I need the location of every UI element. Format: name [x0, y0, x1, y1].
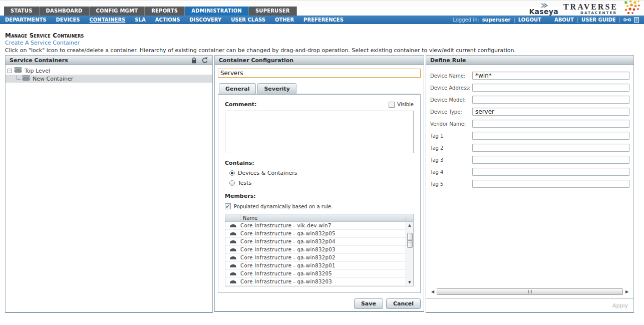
member-row[interactable]: Core Infrastructure - qa-win832p04 [225, 238, 406, 246]
tab-general[interactable]: General [219, 83, 256, 94]
secondary-tab-containers[interactable]: CONTAINERS [90, 17, 126, 23]
secondary-tab-other[interactable]: OTHER [275, 17, 294, 23]
service-containers-title: Service Containers [10, 57, 68, 64]
traverse-logo: TRAVERSE DATACENTER [563, 3, 618, 15]
horizontal-scrollbar[interactable]: ◀ ▶ [430, 288, 629, 295]
vendor-name-input[interactable] [472, 120, 629, 128]
document-icon[interactable] [634, 17, 639, 23]
vertical-scrollbar[interactable]: ▲ ▼ [406, 222, 413, 286]
refresh-icon[interactable] [201, 57, 208, 64]
logout-link[interactable]: LOGOUT [518, 17, 541, 23]
member-row[interactable]: Core Infrastructure - qa-win832p03 [225, 246, 406, 254]
member-name: Core Infrastructure - vik-dev-win7 [240, 223, 332, 228]
radio-devices-containers[interactable] [229, 170, 235, 176]
container-configuration-panel: Container Configuration GeneralSeverity … [214, 55, 424, 312]
about-link[interactable]: ABOUT [554, 17, 574, 23]
scroll-right-arrow[interactable]: ▶ [624, 289, 629, 294]
separator: | [577, 17, 578, 23]
rule-field-tag-1: Tag 1 [430, 130, 629, 142]
secondary-tab-departments[interactable]: DEPARTMENTS [5, 17, 47, 23]
tag-1-input[interactable] [472, 132, 629, 140]
cancel-button[interactable]: Cancel [386, 298, 421, 309]
config-tabs: GeneralSeverity [218, 83, 421, 94]
tree-node-top-level[interactable]: −Top Level [6, 67, 212, 75]
tag-2-input[interactable] [472, 144, 629, 152]
scroll-left-arrow[interactable]: ◀ [430, 289, 435, 294]
icon-column-header [225, 214, 240, 221]
primary-tab-superuser[interactable]: SUPERUSER [249, 7, 297, 16]
rule-field-tag-5: Tag 5 [430, 178, 629, 190]
primary-tab-reports[interactable]: REPORTS [145, 7, 185, 16]
brand: Kaseya TRAVERSE DATACENTER [529, 1, 640, 15]
member-row[interactable]: Core Infrastructure - qa-win832p05 [225, 230, 406, 238]
tag-3-input[interactable] [472, 156, 629, 164]
secondary-tab-actions[interactable]: ACTIONS [155, 17, 180, 23]
radio-label: Tests [238, 180, 251, 186]
device-model-input[interactable] [472, 96, 629, 104]
link-icon[interactable] [623, 18, 631, 22]
rule-field-label: Tag 3 [430, 157, 472, 163]
member-row[interactable]: Core Infrastructure - qa-win832p01 [225, 262, 406, 270]
dynamic-rule-row: Populated dynamically based on a rule. [225, 203, 414, 209]
primary-tab-status[interactable]: STATUS [4, 7, 40, 16]
tree-connector [17, 75, 21, 80]
populated-dynamically-checkbox[interactable] [225, 203, 231, 209]
device-address-input[interactable] [472, 84, 629, 92]
comment-row: Comment: Visible [225, 101, 414, 108]
member-row[interactable]: Core Infrastructure - vik-dev-win7 [225, 222, 406, 230]
horizontal-scroll-thumb[interactable] [437, 288, 623, 295]
tree-node-new-container[interactable]: New Container [6, 75, 212, 83]
save-button[interactable]: Save [354, 298, 383, 309]
create-service-container-link[interactable]: Create A Service Container [5, 40, 80, 46]
member-row[interactable]: Core Infrastructure - qa-win83205 [225, 270, 406, 278]
tree-expander-icon[interactable]: − [8, 69, 12, 73]
kaseya-wordmark: Kaseya [529, 8, 558, 15]
contains-option-devices-containers: Devices & Containers [229, 170, 414, 176]
device-name-input[interactable] [472, 72, 629, 80]
secondary-tab-discovery[interactable]: DISCOVERY [189, 17, 221, 23]
define-rule-header: Define Rule [426, 56, 633, 65]
rule-field-label: Tag 1 [430, 133, 472, 139]
primary-tab-config-mgmt[interactable]: CONFIG MGMT [90, 7, 145, 16]
scroll-down-arrow[interactable]: ▼ [408, 279, 411, 286]
members-table-header: Name [225, 214, 413, 222]
vertical-scroll-thumb[interactable] [407, 233, 413, 248]
scroll-up-arrow[interactable]: ▲ [408, 222, 411, 229]
page-title: Manage Service Containers [5, 32, 644, 39]
lock-icon[interactable] [191, 57, 197, 64]
members-table-body: Core Infrastructure - vik-dev-win7Core I… [225, 222, 413, 286]
device-type-input[interactable] [472, 108, 629, 116]
comment-textarea[interactable] [225, 111, 414, 153]
primary-tab-dashboard[interactable]: DASHBOARD [40, 7, 90, 16]
tag-5-input[interactable] [472, 180, 629, 188]
device-icon [225, 224, 240, 227]
member-row[interactable]: Core Infrastructure - qa-win832p02 [225, 254, 406, 262]
device-icon [225, 232, 240, 235]
secondary-tab-user-class[interactable]: USER CLASS [231, 17, 265, 23]
radio-tests[interactable] [229, 180, 235, 186]
secondary-tab-preferences[interactable]: PREFERENCES [303, 17, 344, 23]
logged-in-label: Logged in: [453, 17, 479, 23]
rule-field-label: Device Address: [430, 85, 472, 91]
rule-field-label: Device Model: [430, 97, 472, 103]
member-row[interactable]: Core Infrastructure - qa-win83203 [225, 278, 406, 286]
device-icon [225, 264, 240, 267]
traverse-dot-burst-icon [623, 0, 640, 15]
user-guide-link[interactable]: USER GUIDE [581, 17, 616, 23]
name-column-header: Name [240, 215, 406, 221]
rule-field-label: Device Type: [430, 109, 472, 115]
container-name-input[interactable] [218, 69, 421, 78]
apply-link[interactable]: Apply [612, 302, 628, 309]
tag-4-input[interactable] [472, 168, 629, 176]
secondary-tab-sla[interactable]: SLA [135, 17, 145, 23]
kaseya-logo: Kaseya [529, 4, 558, 15]
secondary-tab-devices[interactable]: DEVICES [56, 17, 80, 23]
device-icon [225, 272, 240, 275]
primary-tab-administration[interactable]: ADMINISTRATION [185, 7, 249, 16]
visible-checkbox[interactable] [389, 102, 395, 108]
rule-fields: Device Name:Device Address:Device Model:… [430, 70, 629, 190]
tab-severity[interactable]: Severity [257, 83, 296, 94]
traverse-wordmark: TRAVERSE [563, 3, 618, 11]
tree-node-label: New Container [33, 76, 73, 82]
rule-field-device-address: Device Address: [430, 82, 629, 94]
